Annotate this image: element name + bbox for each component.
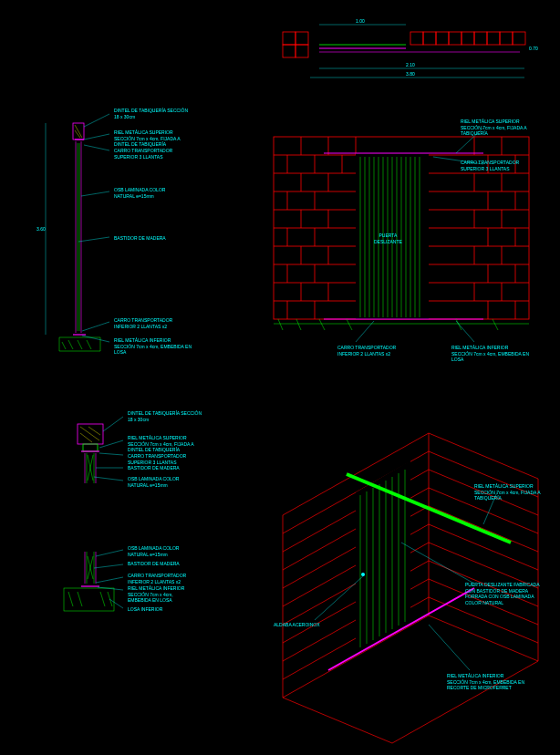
iso-l2: ALDABA ACEROINOX — [274, 622, 320, 628]
cad-canvas: 1.00 0.70 2.10 3.80 3.60 DINTEL DE TABIQ… — [0, 0, 560, 755]
iso-l3: PUERTA DESLIZANTE FABRICADA CON BASTIDOR… — [465, 582, 540, 605]
svg-line-184 — [429, 625, 470, 670]
iso-l4: RIEL METÁLICA INFERIOR SECCIÓN 7cm x 4cm… — [447, 673, 524, 691]
isometric — [0, 0, 560, 755]
iso-l1: RIEL METÁLICA SUPERIOR SECCIÓN 7cm x 4cm… — [474, 483, 541, 502]
svg-line-183 — [401, 543, 474, 584]
svg-line-166 — [429, 506, 538, 552]
svg-point-180 — [361, 573, 365, 576]
